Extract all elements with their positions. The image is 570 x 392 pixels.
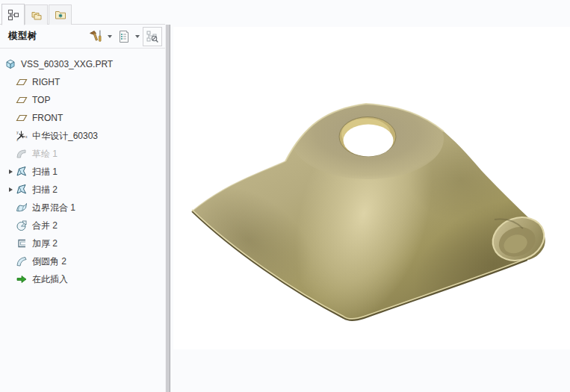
sweep-icon	[16, 166, 28, 178]
tree-row-label: 草绘 1	[32, 148, 58, 161]
model-tree-title: 模型树	[8, 30, 37, 43]
graphics-area[interactable]	[173, 27, 570, 349]
tree-row-label: 边界混合 1	[32, 202, 75, 214]
round-icon	[16, 255, 28, 267]
model-tree-toolbar	[87, 27, 162, 46]
tree-row-right-plane[interactable]: RIGHT	[0, 73, 165, 91]
tree-row-thicken2[interactable]: 加厚 2	[0, 234, 165, 252]
3d-model-gold-shell[interactable]	[173, 27, 570, 349]
tree-row-sweep2[interactable]: 扫描 2	[0, 181, 165, 199]
tree-row-label: VSS_60303_XXG.PRT	[21, 59, 113, 69]
tree-tools-dropdown-arrow[interactable]	[108, 35, 112, 38]
tree-row-label: TOP	[32, 95, 50, 105]
model-tree-header: 模型树	[0, 25, 165, 49]
navigator-panel: 模型树	[0, 0, 165, 392]
tree-filter-button[interactable]	[143, 27, 162, 46]
tree-row-label: 中华设计_60303	[32, 130, 98, 143]
tree-row-label: FRONT	[32, 113, 63, 123]
expand-caret-icon[interactable]	[9, 187, 13, 192]
tree-row-front-plane[interactable]: FRONT	[0, 109, 165, 127]
creo-window: 模型树	[0, 0, 570, 392]
tree-row-insert-here[interactable]: 在此插入	[0, 270, 165, 288]
csys-icon: y z x	[16, 130, 28, 142]
tree-row-round2[interactable]: 倒圆角 2	[0, 252, 165, 270]
tree-row-merge2[interactable]: 合并 2	[0, 217, 165, 234]
folders-icon	[31, 9, 43, 21]
insert-here-icon	[16, 273, 28, 285]
datum-plane-icon	[16, 76, 28, 88]
tree-row-label: 加厚 2	[32, 237, 58, 250]
tree-row-top-plane[interactable]: TOP	[0, 91, 165, 109]
merge-icon	[16, 220, 28, 231]
tree-row-sketch1-suppressed[interactable]: 草绘 1	[0, 145, 165, 163]
navigator-splitter[interactable]	[165, 25, 170, 392]
tree-row-label: 合并 2	[32, 220, 58, 232]
list-settings-icon	[117, 30, 131, 43]
tree-row-label: 在此插入	[32, 273, 68, 286]
tree-row-label: 扫描 1	[32, 166, 58, 178]
sketch-icon	[16, 148, 28, 160]
tree-filter-icon	[146, 30, 159, 43]
datum-plane-icon	[16, 112, 28, 124]
tab-model-tree[interactable]	[1, 4, 25, 25]
datum-plane-icon	[16, 94, 28, 106]
tab-folder-browser[interactable]	[25, 4, 48, 25]
svg-text:x: x	[25, 135, 28, 139]
favorites-folder-icon	[55, 9, 66, 21]
expand-caret-icon[interactable]	[9, 169, 13, 174]
svg-text:y: y	[16, 131, 19, 134]
tools-icon	[89, 29, 103, 43]
tree-row-part-root[interactable]: VSS_60303_XXG.PRT	[0, 55, 165, 73]
tree-tools-button[interactable]	[87, 27, 105, 46]
model-tree-icon	[7, 9, 19, 21]
tree-display-dropdown-arrow[interactable]	[135, 35, 140, 38]
tree-row-sweep1[interactable]: 扫描 1	[0, 163, 165, 181]
thicken-icon	[16, 237, 28, 249]
tree-row-boundary-blend1[interactable]: 边界混合 1	[0, 199, 165, 217]
sweep-icon	[16, 184, 28, 196]
boundary-blend-icon	[16, 202, 28, 214]
tree-row-csys[interactable]: y z x 中华设计_60303	[0, 127, 165, 145]
model-tree: VSS_60303_XXG.PRT RIGHT TOP	[0, 49, 165, 288]
part-cube-icon	[4, 58, 16, 70]
tree-row-label: 扫描 2	[32, 184, 58, 196]
navigator-tabbar	[0, 0, 165, 25]
tree-display-settings-button[interactable]	[115, 27, 132, 46]
tab-favorites[interactable]	[49, 4, 72, 25]
tree-row-label: RIGHT	[32, 77, 60, 87]
tree-row-label: 倒圆角 2	[32, 255, 66, 268]
